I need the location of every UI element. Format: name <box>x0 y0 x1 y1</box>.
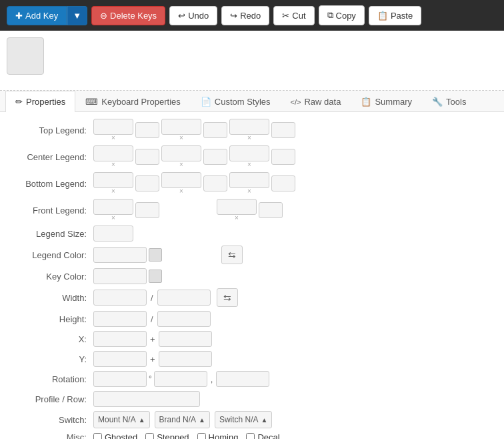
width-secondary-input[interactable] <box>157 290 211 306</box>
ghosted-checkbox[interactable] <box>93 433 102 439</box>
y-secondary-input[interactable] <box>159 351 212 367</box>
mount-select[interactable]: Mount N/A ▲ <box>93 411 150 428</box>
height-divider: / <box>149 314 155 324</box>
decal-label[interactable]: Decal <box>246 432 279 439</box>
homing-label[interactable]: Homing <box>197 432 239 439</box>
summary-icon: 📋 <box>361 97 371 107</box>
add-key-caret-button[interactable]: ▼ <box>67 6 87 25</box>
center-legend-cell-3: × <box>161 145 201 168</box>
top-legend-input-1[interactable] <box>93 119 133 135</box>
tab-tools[interactable]: 🔧 Tools <box>422 91 476 112</box>
cut-button[interactable]: ✂ Cut <box>273 6 314 25</box>
undo-button[interactable]: ↩ Undo <box>169 6 217 25</box>
legend-size-input[interactable] <box>93 226 133 242</box>
center-legend-input-4[interactable] <box>203 149 227 165</box>
bottom-legend-input-6[interactable] <box>271 175 295 191</box>
tab-summary-label: Summary <box>375 97 412 107</box>
bottom-legend-input-3[interactable] <box>161 172 201 188</box>
legend-color-input[interactable] <box>93 247 147 263</box>
front-legend-label: Front Legend: <box>13 205 93 215</box>
tab-keyboard-properties[interactable]: ⌨ Keyboard Properties <box>75 91 191 112</box>
keyboard-icon: ⌨ <box>85 97 98 107</box>
brand-select[interactable]: Brand N/A ▲ <box>155 411 210 428</box>
front-legend-row: Front Legend: × × <box>13 199 491 222</box>
homing-checkbox[interactable] <box>197 433 206 439</box>
front-legend-input-1[interactable] <box>93 199 133 215</box>
front-legend-controls: × × <box>93 199 283 222</box>
profile-row-input[interactable] <box>93 391 200 407</box>
front-legend-input-4[interactable] <box>259 202 283 218</box>
tab-custom-styles[interactable]: 📄 Custom Styles <box>191 91 281 112</box>
top-legend-input-6[interactable] <box>271 122 295 138</box>
document-icon: 📄 <box>201 97 211 107</box>
front-legend-input-2[interactable] <box>135 202 159 218</box>
redo-button[interactable]: ↪ Redo <box>221 6 269 25</box>
rotation-input[interactable] <box>93 371 147 387</box>
degree-sign: ° <box>149 374 152 384</box>
tab-keyboard-properties-label: Keyboard Properties <box>101 97 181 107</box>
cut-icon: ✂ <box>282 11 289 21</box>
brand-select-value: Brand N/A <box>159 415 196 424</box>
misc-controls: Ghosted Stepped Homing Decal <box>93 432 280 439</box>
ghosted-label[interactable]: Ghosted <box>93 432 137 439</box>
bottom-legend-input-5[interactable] <box>229 172 269 188</box>
stepped-label[interactable]: Stepped <box>145 432 189 439</box>
toolbar: ✚ Add Key ▼ ⊖ Delete Keys ↩ Undo ↪ Redo … <box>0 0 504 31</box>
center-legend-input-5[interactable] <box>229 145 269 161</box>
top-legend-input-4[interactable] <box>203 122 227 138</box>
width-input[interactable] <box>93 290 147 306</box>
front-legend-cell-4 <box>259 202 283 218</box>
tab-properties[interactable]: ✏ Properties <box>5 91 75 112</box>
x-input[interactable] <box>93 331 147 347</box>
width-row: Width: / ⇆ <box>13 288 491 307</box>
key-color-swatch[interactable] <box>149 270 162 283</box>
tab-custom-styles-label: Custom Styles <box>215 97 271 107</box>
add-key-button[interactable]: ✚ Add Key <box>7 6 67 25</box>
switch-label: Switch: <box>13 415 93 425</box>
height-secondary-input[interactable] <box>157 311 211 327</box>
tab-summary[interactable]: 📋 Summary <box>351 91 422 112</box>
tab-raw-data[interactable]: </> Raw data <box>281 91 351 112</box>
minus-icon: ⊖ <box>100 11 107 21</box>
top-legend-input-3[interactable] <box>161 119 201 135</box>
center-legend-input-2[interactable] <box>135 149 159 165</box>
x-mark-1: × <box>111 135 115 141</box>
legend-color-label: Legend Color: <box>13 250 93 260</box>
width-shuffle-button[interactable]: ⇆ <box>217 288 238 307</box>
top-legend-input-5[interactable] <box>229 119 269 135</box>
center-legend-cell-4 <box>203 149 227 165</box>
switch-type-select[interactable]: Switch N/A ▲ <box>215 411 273 428</box>
tab-raw-data-label: Raw data <box>304 97 341 107</box>
legend-shuffle-button[interactable]: ⇆ <box>221 246 243 264</box>
decal-checkbox[interactable] <box>246 433 255 439</box>
bottom-legend-input-2[interactable] <box>135 175 159 191</box>
y-input[interactable] <box>93 351 147 367</box>
front-legend-input-3[interactable] <box>217 199 257 215</box>
copy-button[interactable]: ⧉ Copy <box>319 5 365 25</box>
delete-keys-button[interactable]: ⊖ Delete Keys <box>91 6 165 25</box>
legend-color-swatch[interactable] <box>149 248 162 262</box>
center-legend-input-3[interactable] <box>161 145 201 161</box>
y-controls: + <box>93 351 212 367</box>
mount-caret-icon: ▲ <box>139 416 145 424</box>
y-row: Y: + <box>13 351 491 367</box>
height-input[interactable] <box>93 311 147 327</box>
copy-icon: ⧉ <box>327 10 333 21</box>
rotation-y-input[interactable] <box>216 371 269 387</box>
top-legend-cell-6 <box>271 122 295 138</box>
mount-select-value: Mount N/A <box>98 415 136 424</box>
bottom-legend-input-1[interactable] <box>93 172 133 188</box>
canvas-area[interactable] <box>0 31 504 91</box>
paste-button[interactable]: 📋 Paste <box>369 6 421 25</box>
bottom-legend-input-4[interactable] <box>203 175 227 191</box>
paste-icon: 📋 <box>377 11 388 21</box>
rotation-x-input[interactable] <box>154 371 207 387</box>
legend-size-label: Legend Size: <box>13 229 93 239</box>
top-legend-input-2[interactable] <box>135 122 159 138</box>
stepped-checkbox[interactable] <box>145 433 154 439</box>
key-color-input[interactable] <box>93 268 147 284</box>
center-legend-input-1[interactable] <box>93 145 133 161</box>
center-legend-input-6[interactable] <box>271 149 295 165</box>
undo-icon: ↩ <box>178 11 185 21</box>
x-secondary-input[interactable] <box>159 331 212 347</box>
